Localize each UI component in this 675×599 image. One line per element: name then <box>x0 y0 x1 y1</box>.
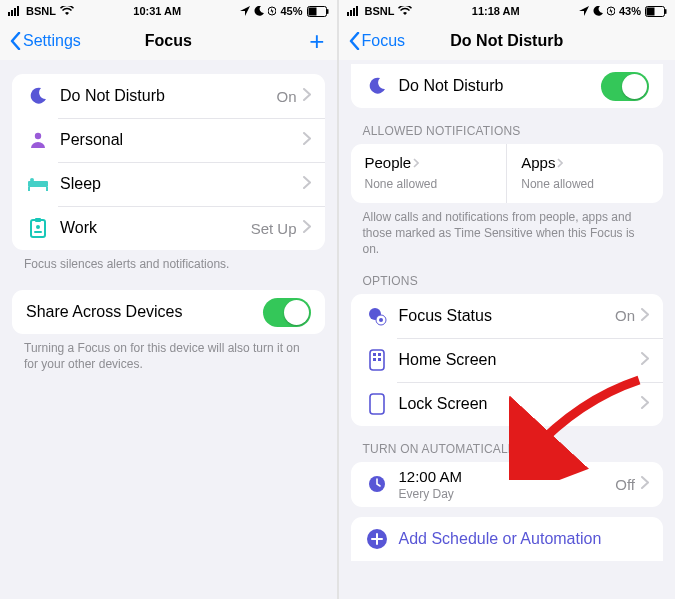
row-label: Sleep <box>60 175 303 193</box>
svg-rect-0 <box>8 12 10 16</box>
svg-rect-34 <box>370 394 384 414</box>
chevron-right-icon <box>303 87 311 105</box>
row-label: Do Not Disturb <box>399 77 602 95</box>
section-header: OPTIONS <box>339 258 676 292</box>
row-label: Lock Screen <box>399 395 642 413</box>
chevron-right-icon <box>641 475 649 493</box>
focus-row-personal[interactable]: Personal <box>12 118 325 162</box>
allowed-apps[interactable]: Apps None allowed <box>506 144 663 203</box>
plus-circle-icon <box>365 528 389 550</box>
schedule-time: 12:00 AM <box>399 468 616 485</box>
focus-row-sleep[interactable]: Sleep <box>12 162 325 206</box>
focus-row-work[interactable]: Work Set Up <box>12 206 325 250</box>
allowed-group: People None allowed Apps None allowed <box>351 144 664 203</box>
row-label: Add Schedule or Automation <box>399 530 650 548</box>
option-home-screen[interactable]: Home Screen <box>351 338 664 382</box>
svg-rect-1 <box>11 10 13 16</box>
people-sublabel: None allowed <box>365 177 493 191</box>
row-label: Share Across Devices <box>26 303 263 321</box>
svg-rect-16 <box>34 231 42 233</box>
chevron-right-icon <box>303 219 311 237</box>
share-across-row[interactable]: Share Across Devices <box>12 290 325 334</box>
bed-icon <box>26 176 50 192</box>
schedule-group: 12:00 AM Every Day Off <box>351 462 664 507</box>
chevron-right-icon <box>557 158 563 168</box>
svg-rect-23 <box>647 7 655 15</box>
options-group: Focus Status On Home Screen Lock Screen <box>351 294 664 426</box>
content-scroll[interactable]: Do Not Disturb ALLOWED NOTIFICATIONS Peo… <box>339 60 676 599</box>
carrier-label: BSNL <box>365 5 395 17</box>
nav-bar: Settings Focus + <box>0 22 337 60</box>
phone-dnd-detail: BSNL 11:18 AM 43% Focus Do Not Disturb <box>337 0 676 599</box>
svg-rect-9 <box>28 181 48 187</box>
back-button[interactable]: Settings <box>10 32 81 50</box>
phone-focus-list: BSNL 10:31 AM 45% Settings Focus + <box>0 0 337 599</box>
chevron-right-icon <box>641 395 649 413</box>
add-schedule-row[interactable]: Add Schedule or Automation <box>351 517 664 561</box>
content-scroll[interactable]: Do Not Disturb On Personal Sleep Work <box>0 60 337 599</box>
footer-text: Allow calls and notifications from peopl… <box>339 203 676 258</box>
status-bar: BSNL 11:18 AM 43% <box>339 0 676 22</box>
battery-charging-icon <box>607 6 615 16</box>
carrier-label: BSNL <box>26 5 56 17</box>
back-label: Focus <box>362 32 406 50</box>
row-label: Work <box>60 219 251 237</box>
battery-percent-label: 43% <box>619 5 641 17</box>
chevron-right-icon <box>303 131 311 149</box>
svg-rect-3 <box>17 6 19 16</box>
svg-rect-33 <box>378 358 381 361</box>
battery-percent-label: 45% <box>280 5 302 17</box>
chevron-left-icon <box>10 32 21 50</box>
share-group: Share Across Devices <box>12 290 325 334</box>
svg-rect-20 <box>356 6 358 16</box>
svg-rect-2 <box>14 8 16 16</box>
moon-icon <box>593 6 603 16</box>
allowed-people[interactable]: People None allowed <box>351 144 507 203</box>
wifi-icon <box>398 6 412 16</box>
option-focus-status[interactable]: Focus Status On <box>351 294 664 338</box>
svg-rect-11 <box>46 187 48 191</box>
section-header: ALLOWED NOTIFICATIONS <box>339 108 676 142</box>
svg-rect-14 <box>35 218 41 222</box>
add-schedule-group: Add Schedule or Automation <box>351 517 664 561</box>
signal-icon <box>347 6 361 16</box>
schedule-row[interactable]: 12:00 AM Every Day Off <box>351 462 664 507</box>
battery-charging-icon <box>268 6 276 16</box>
back-label: Settings <box>23 32 81 50</box>
location-icon <box>579 6 589 16</box>
svg-rect-30 <box>373 353 376 356</box>
option-lock-screen[interactable]: Lock Screen <box>351 382 664 426</box>
svg-rect-31 <box>378 353 381 356</box>
svg-rect-18 <box>350 10 352 16</box>
apps-label: Apps <box>521 154 555 171</box>
svg-point-12 <box>30 178 34 182</box>
person-icon <box>26 130 50 150</box>
row-label: Personal <box>60 131 303 149</box>
svg-rect-32 <box>373 358 376 361</box>
section-header: TURN ON AUTOMATICALLY <box>339 426 676 460</box>
svg-rect-24 <box>665 9 667 14</box>
badge-icon <box>26 218 50 238</box>
clock-label: 10:31 AM <box>133 5 181 17</box>
moon-icon <box>254 6 264 16</box>
chevron-right-icon <box>303 175 311 193</box>
schedule-repeat: Every Day <box>399 487 616 501</box>
focus-list-group: Do Not Disturb On Personal Sleep Work <box>12 74 325 250</box>
svg-rect-10 <box>28 187 30 191</box>
focus-row-dnd[interactable]: Do Not Disturb On <box>12 74 325 118</box>
location-icon <box>240 6 250 16</box>
focus-status-icon <box>365 306 389 326</box>
footer-text: Focus silences alerts and notifications. <box>0 250 337 272</box>
clock-label: 11:18 AM <box>472 5 520 17</box>
clock-icon <box>365 474 389 494</box>
dnd-toggle-group: Do Not Disturb <box>351 64 664 108</box>
svg-point-15 <box>36 225 40 229</box>
add-focus-button[interactable]: + <box>309 28 324 54</box>
moon-icon <box>26 86 50 106</box>
row-label: Home Screen <box>399 351 642 369</box>
dnd-row[interactable]: Do Not Disturb <box>351 64 664 108</box>
share-toggle[interactable] <box>263 298 311 327</box>
back-button[interactable]: Focus <box>349 32 406 50</box>
chevron-right-icon <box>641 351 649 369</box>
dnd-toggle[interactable] <box>601 72 649 101</box>
